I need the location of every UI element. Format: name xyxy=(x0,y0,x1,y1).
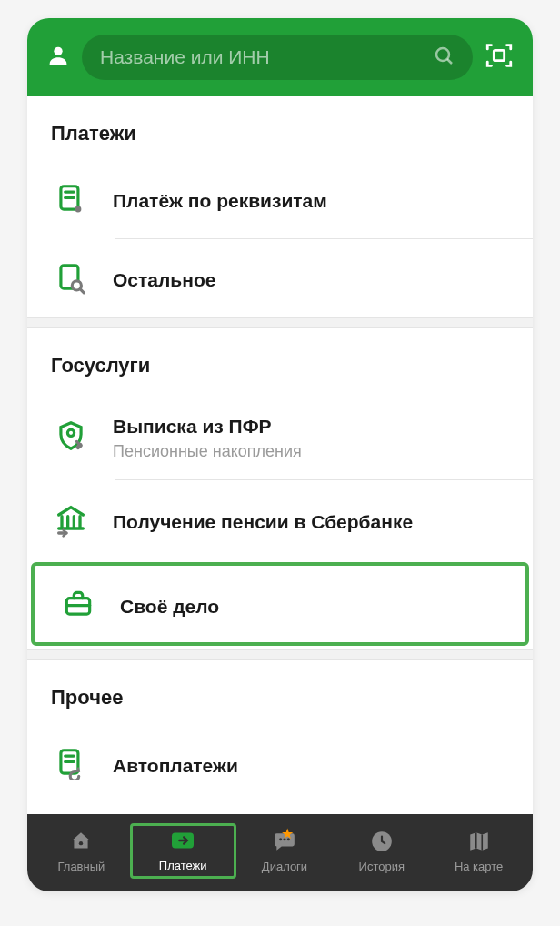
home-icon xyxy=(65,829,97,854)
item-own-business[interactable]: Своё дело xyxy=(31,562,529,646)
nav-home[interactable]: Главный xyxy=(33,825,130,877)
app-screen: Название или ИНН Платежи Платёж по рекви… xyxy=(27,18,533,891)
item-title: Получение пенсии в Сбербанке xyxy=(113,509,509,534)
bottom-nav: Главный Платежи ★ Диалоги История На xyxy=(27,814,533,891)
item-title: Остальное xyxy=(113,267,509,292)
item-pfr-statement[interactable]: Выписка из ПФР Пенсионные накопления xyxy=(27,392,533,479)
nav-label: История xyxy=(359,860,405,873)
payments-icon xyxy=(166,828,199,853)
section-divider xyxy=(27,317,533,328)
section-divider xyxy=(27,649,533,660)
nav-dialogs[interactable]: ★ Диалоги xyxy=(236,825,334,877)
svg-point-1 xyxy=(436,48,449,61)
profile-icon[interactable] xyxy=(45,43,71,72)
svg-line-10 xyxy=(80,289,84,293)
document-search-icon xyxy=(51,258,91,298)
nav-payments[interactable]: Платежи xyxy=(130,823,236,879)
shield-edit-icon xyxy=(51,416,91,456)
nav-label: Диалоги xyxy=(262,860,307,873)
header: Название или ИНН xyxy=(27,18,533,96)
svg-line-2 xyxy=(447,59,452,64)
item-subtitle: Пенсионные накопления xyxy=(113,442,509,461)
nav-label: Главный xyxy=(57,860,105,873)
item-other-payments[interactable]: Остальное xyxy=(27,239,533,317)
clock-icon xyxy=(365,829,398,854)
svg-point-11 xyxy=(67,429,74,436)
svg-point-22 xyxy=(79,841,83,845)
section-title-gosuslugi: Госуслуги xyxy=(27,328,533,392)
item-title: Выписка из ПФР xyxy=(113,414,509,438)
svg-rect-3 xyxy=(494,50,504,60)
nav-map[interactable]: На карте xyxy=(430,825,527,877)
nav-history[interactable]: История xyxy=(333,825,430,877)
nav-label: Платежи xyxy=(159,859,207,872)
svg-point-0 xyxy=(54,47,62,55)
item-title: Своё дело xyxy=(120,594,502,619)
briefcase-icon xyxy=(58,584,98,624)
bank-icon xyxy=(51,499,91,539)
section-title-other: Прочее xyxy=(27,660,533,724)
svg-point-7 xyxy=(75,206,81,213)
chat-icon: ★ xyxy=(268,829,301,854)
item-autopayments[interactable]: Автоплатежи xyxy=(27,724,533,802)
star-badge-icon: ★ xyxy=(281,825,294,842)
search-icon xyxy=(433,45,455,70)
nav-label: На карте xyxy=(455,860,503,873)
map-icon xyxy=(463,829,495,854)
item-title: Платёж по реквизитам xyxy=(113,188,509,213)
document-refresh-icon xyxy=(51,743,91,783)
section-title-payments: Платежи xyxy=(27,96,533,160)
item-payment-by-details[interactable]: Платёж по реквизитам xyxy=(27,160,533,238)
search-placeholder: Название или ИНН xyxy=(100,46,424,68)
document-icon xyxy=(51,179,91,219)
search-input[interactable]: Название или ИНН xyxy=(82,35,473,80)
item-title: Автоплатежи xyxy=(113,753,509,778)
content-scroll[interactable]: Платежи Платёж по реквизитам Остальное Г… xyxy=(27,96,533,814)
qr-scan-icon[interactable] xyxy=(484,40,515,75)
item-pension-sberbank[interactable]: Получение пенсии в Сбербанке xyxy=(27,480,533,559)
